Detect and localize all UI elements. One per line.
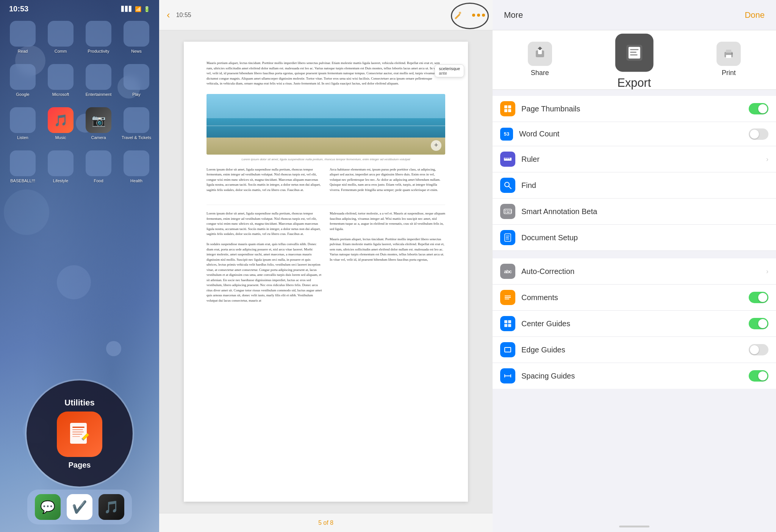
center-guides-toggle-container bbox=[749, 318, 768, 329]
svg-rect-15 bbox=[630, 52, 637, 53]
word-count-toggle[interactable] bbox=[749, 128, 768, 140]
app-play[interactable]: Play bbox=[121, 64, 152, 97]
settings-item-word-count[interactable]: 53 Word Count bbox=[493, 122, 776, 146]
edge-guides-toggle[interactable] bbox=[749, 344, 768, 355]
app-health[interactable]: Health bbox=[121, 150, 152, 183]
app-read[interactable]: Read bbox=[8, 21, 38, 53]
doc-col-right-1: Arcu habitasse elementum est, ipsum puru… bbox=[330, 167, 445, 193]
more-title: More bbox=[504, 10, 523, 20]
listen-folder-icon[interactable] bbox=[10, 107, 36, 133]
app-food[interactable]: Food bbox=[83, 150, 114, 183]
auto-correction-right: › bbox=[766, 268, 768, 275]
settings-item-edge-guides[interactable]: Edge Guides bbox=[493, 337, 776, 363]
settings-item-auto-correction[interactable]: abc Auto-Correction › bbox=[493, 258, 776, 285]
baseball-folder-icon[interactable] bbox=[10, 150, 36, 176]
google-folder-icon[interactable] bbox=[10, 64, 36, 90]
settings-item-page-thumbnails[interactable]: Page Thumbnails bbox=[493, 96, 776, 122]
svg-rect-42 bbox=[506, 236, 510, 236]
settings-item-find[interactable]: Find bbox=[493, 172, 776, 199]
svg-rect-18 bbox=[726, 50, 731, 53]
app-listen[interactable]: Listen bbox=[8, 107, 38, 140]
svg-rect-33 bbox=[504, 209, 512, 214]
share-icon[interactable] bbox=[528, 42, 552, 66]
comm-folder-icon[interactable] bbox=[48, 21, 74, 47]
more-done-button[interactable]: Done bbox=[745, 10, 765, 20]
export-action[interactable]: Export bbox=[568, 30, 700, 95]
app-news[interactable]: News bbox=[121, 21, 152, 53]
svg-rect-21 bbox=[504, 105, 507, 108]
export-icon[interactable] bbox=[615, 34, 654, 72]
word-count-toggle-container bbox=[749, 128, 768, 140]
find-svg bbox=[503, 181, 512, 190]
travel-folder-icon[interactable] bbox=[124, 107, 149, 133]
spacing-guides-toggle[interactable] bbox=[749, 370, 768, 382]
spacing-guides-toggle-container bbox=[749, 370, 768, 382]
news-label: News bbox=[131, 49, 142, 53]
pages-back-icon[interactable]: ‹ bbox=[167, 9, 170, 21]
smart-annotation-icon bbox=[500, 204, 515, 219]
svg-rect-49 bbox=[508, 320, 511, 323]
settings-item-ruler[interactable]: Ruler › bbox=[493, 146, 776, 172]
pages-icon-big[interactable] bbox=[57, 412, 102, 457]
find-icon bbox=[500, 178, 515, 193]
health-label: Health bbox=[130, 178, 142, 183]
svg-line-32 bbox=[509, 186, 511, 189]
entertainment-folder-icon[interactable] bbox=[86, 64, 111, 90]
folder-row-3: Listen 🎵 Music 📷 Camera bbox=[8, 107, 152, 140]
camera-icon[interactable]: 📷 bbox=[86, 107, 111, 133]
comm-label: Comm bbox=[55, 49, 67, 53]
music-icon[interactable]: 🎵 bbox=[48, 107, 74, 133]
pages-top-bar: ‹ 10:55 bbox=[159, 0, 493, 30]
dock-music[interactable]: 🎵 bbox=[99, 494, 124, 520]
food-folder-icon[interactable] bbox=[86, 150, 111, 176]
productivity-folder-icon[interactable] bbox=[86, 21, 111, 47]
app-lifestyle[interactable]: Lifestyle bbox=[45, 150, 76, 183]
lifestyle-folder-icon[interactable] bbox=[48, 150, 74, 176]
dock-reminders[interactable]: ✔️ bbox=[67, 494, 92, 520]
spacing-guides-icon bbox=[500, 368, 515, 383]
page-thumbnails-toggle[interactable] bbox=[749, 103, 768, 114]
more-dots-button[interactable] bbox=[472, 14, 485, 17]
app-microsoft[interactable]: Microsoft bbox=[45, 64, 76, 97]
app-camera[interactable]: 📷 Camera bbox=[83, 107, 114, 140]
thumbnails-svg bbox=[503, 104, 512, 113]
app-travel[interactable]: Travel & Tickets bbox=[121, 107, 152, 140]
print-label: Print bbox=[722, 69, 736, 77]
settings-item-center-guides[interactable]: Center Guides bbox=[493, 311, 776, 337]
comments-toggle[interactable] bbox=[749, 292, 768, 303]
camera-label: Camera bbox=[91, 135, 106, 140]
center-guides-toggle[interactable] bbox=[749, 318, 768, 329]
play-folder-icon[interactable] bbox=[124, 64, 149, 90]
news-folder-icon[interactable] bbox=[124, 21, 149, 47]
svg-rect-14 bbox=[630, 49, 638, 50]
health-folder-icon[interactable] bbox=[124, 150, 149, 176]
app-entertainment[interactable]: Entertainment bbox=[83, 64, 114, 97]
svg-rect-0 bbox=[70, 423, 87, 444]
svg-rect-19 bbox=[726, 55, 731, 58]
brush-tool-icon[interactable] bbox=[451, 8, 465, 22]
dock-messages[interactable]: 💬 bbox=[35, 494, 61, 520]
more-top-bar: More Done bbox=[493, 0, 776, 30]
spacing-guides-label: Spacing Guides bbox=[521, 372, 749, 380]
svg-rect-37 bbox=[510, 210, 512, 211]
microsoft-folder-icon[interactable] bbox=[48, 64, 74, 90]
app-google[interactable]: Google bbox=[8, 64, 38, 97]
dock: 💬 ✔️ 🎵 bbox=[27, 490, 132, 524]
doc-setup-svg bbox=[503, 233, 512, 242]
settings-item-smart-annotation[interactable]: Smart Annotation Beta bbox=[493, 199, 776, 225]
settings-item-spacing-guides[interactable]: Spacing Guides bbox=[493, 363, 776, 389]
pages-doc-area[interactable]: scelerisqueante Mauris pretium aliquet, … bbox=[159, 30, 493, 513]
settings-item-comments[interactable]: Comments bbox=[493, 285, 776, 311]
print-icon[interactable] bbox=[717, 42, 741, 66]
settings-item-document-setup[interactable]: Document Setup bbox=[493, 225, 776, 251]
read-folder-icon[interactable] bbox=[10, 21, 36, 47]
doc-image: + bbox=[207, 94, 445, 155]
app-productivity[interactable]: Productivity bbox=[83, 21, 114, 53]
app-comm[interactable]: Comm bbox=[45, 21, 76, 53]
svg-rect-51 bbox=[508, 324, 511, 327]
app-baseball[interactable]: BASEBALL!!! bbox=[8, 150, 38, 183]
svg-rect-34 bbox=[505, 210, 506, 211]
battery-icon: 🔋 bbox=[144, 6, 150, 12]
image-plus-button[interactable]: + bbox=[431, 140, 441, 151]
app-music[interactable]: 🎵 Music bbox=[45, 107, 76, 140]
